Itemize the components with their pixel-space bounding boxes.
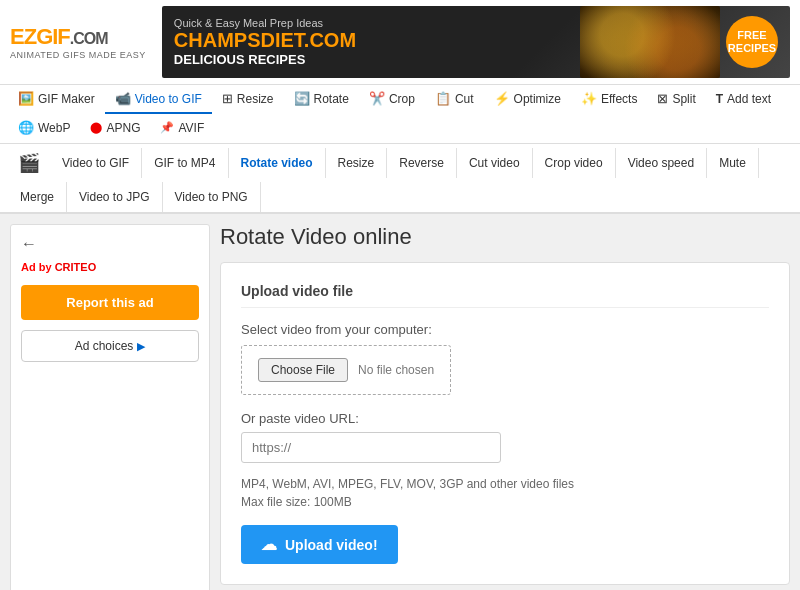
sub-nav-video-to-gif[interactable]: Video to GIF bbox=[50, 148, 142, 178]
nav-resize[interactable]: ⊞ Resize bbox=[212, 85, 284, 114]
nav-video-to-gif-label: Video to GIF bbox=[135, 92, 202, 106]
gif-maker-icon: 🖼️ bbox=[18, 91, 34, 106]
sub-nav-crop-video[interactable]: Crop video bbox=[533, 148, 616, 178]
url-input[interactable] bbox=[241, 432, 501, 463]
nav-crop-label: Crop bbox=[389, 92, 415, 106]
nav-cut-label: Cut bbox=[455, 92, 474, 106]
nav-video-to-gif[interactable]: 📹 Video to GIF bbox=[105, 85, 212, 114]
add-text-icon: T bbox=[716, 92, 723, 106]
max-size-text: Max file size: 100MB bbox=[241, 495, 769, 509]
nav-optimize[interactable]: ⚡ Optimize bbox=[484, 85, 571, 114]
nav-bar: 🖼️ GIF Maker 📹 Video to GIF ⊞ Resize 🔄 R… bbox=[0, 85, 800, 144]
sub-nav-rotate-video[interactable]: Rotate video bbox=[229, 148, 326, 178]
sub-nav-mute[interactable]: Mute bbox=[707, 148, 759, 178]
nav-apng[interactable]: ⬤ APNG bbox=[80, 115, 150, 143]
sub-nav: 🎬 Video to GIF GIF to MP4 Rotate video R… bbox=[0, 144, 800, 214]
avif-icon: 📌 bbox=[160, 121, 174, 134]
nav-gif-maker-label: GIF Maker bbox=[38, 92, 95, 106]
resize-icon: ⊞ bbox=[222, 91, 233, 106]
sub-nav-video-icon: 🎬 bbox=[8, 144, 50, 182]
back-button[interactable]: ← bbox=[21, 235, 199, 253]
nav-resize-label: Resize bbox=[237, 92, 274, 106]
or-paste-label: Or paste video URL: bbox=[241, 411, 769, 426]
sub-nav-cut-video[interactable]: Cut video bbox=[457, 148, 533, 178]
rotate-icon: 🔄 bbox=[294, 91, 310, 106]
nav-avif-label: AVIF bbox=[178, 121, 204, 135]
select-label: Select video from your computer: bbox=[241, 322, 769, 337]
choose-file-button[interactable]: Choose File bbox=[258, 358, 348, 382]
nav-webp[interactable]: 🌐 WebP bbox=[8, 114, 80, 143]
header: EZGIF.COM ANIMATED GIFS MADE EASY Quick … bbox=[0, 0, 800, 85]
nav-effects-label: Effects bbox=[601, 92, 637, 106]
ad-choices-icon: ▶ bbox=[137, 340, 145, 353]
sub-nav-reverse[interactable]: Reverse bbox=[387, 148, 457, 178]
banner-text: Quick & Easy Meal Prep Ideas CHAMPSDIET.… bbox=[174, 17, 356, 67]
crop-icon: ✂️ bbox=[369, 91, 385, 106]
logo-text[interactable]: EZGIF.COM bbox=[10, 24, 146, 50]
content-area: Rotate Video online Upload video file Se… bbox=[220, 224, 790, 590]
nav-split[interactable]: ⊠ Split bbox=[647, 85, 705, 114]
nav-apng-label: APNG bbox=[106, 121, 140, 135]
nav-avif[interactable]: 📌 AVIF bbox=[150, 115, 214, 143]
sub-nav-gif-to-mp4[interactable]: GIF to MP4 bbox=[142, 148, 228, 178]
sub-nav-video-to-jpg[interactable]: Video to JPG bbox=[67, 182, 163, 212]
upload-btn-label: Upload video! bbox=[285, 537, 378, 553]
banner-sub: DELICIOUS RECIPES bbox=[174, 52, 356, 67]
ad-by: Ad by CRITEO bbox=[21, 261, 199, 273]
split-icon: ⊠ bbox=[657, 91, 668, 106]
webp-icon: 🌐 bbox=[18, 120, 34, 135]
nav-rotate[interactable]: 🔄 Rotate bbox=[284, 85, 359, 114]
nav-rotate-label: Rotate bbox=[314, 92, 349, 106]
nav-cut[interactable]: 📋 Cut bbox=[425, 85, 484, 114]
file-input-area: Choose File No file chosen bbox=[241, 345, 451, 395]
logo-highlight: EZ bbox=[10, 24, 36, 49]
banner-ad[interactable]: Quick & Easy Meal Prep Ideas CHAMPSDIET.… bbox=[162, 6, 790, 78]
nav-webp-label: WebP bbox=[38, 121, 70, 135]
nav-gif-maker[interactable]: 🖼️ GIF Maker bbox=[8, 85, 105, 114]
banner-tagline: Quick & Easy Meal Prep Ideas bbox=[174, 17, 356, 29]
sub-nav-merge[interactable]: Merge bbox=[8, 182, 67, 212]
nav-optimize-label: Optimize bbox=[514, 92, 561, 106]
ad-choices-label: Ad choices bbox=[75, 339, 134, 353]
upload-icon: ☁ bbox=[261, 535, 277, 554]
sidebar: ← Ad by CRITEO Report this ad Ad choices… bbox=[10, 224, 210, 590]
upload-card: Upload video file Select video from your… bbox=[220, 262, 790, 585]
main-layout: ← Ad by CRITEO Report this ad Ad choices… bbox=[0, 214, 800, 590]
file-types-text: MP4, WebM, AVI, MPEG, FLV, MOV, 3GP and … bbox=[241, 477, 769, 491]
video-to-gif-icon: 📹 bbox=[115, 91, 131, 106]
banner-food-image bbox=[580, 6, 720, 78]
nav-add-text-label: Add text bbox=[727, 92, 771, 106]
sub-nav-resize[interactable]: Resize bbox=[326, 148, 388, 178]
upload-section-title: Upload video file bbox=[241, 283, 769, 308]
sub-nav-video-speed[interactable]: Video speed bbox=[616, 148, 708, 178]
cut-icon: 📋 bbox=[435, 91, 451, 106]
banner-badge: FREERECIPES bbox=[726, 16, 778, 68]
apng-icon: ⬤ bbox=[90, 121, 102, 134]
ad-by-brand: CRITEO bbox=[55, 261, 97, 273]
banner-brand: CHAMPSDIET.COM bbox=[174, 29, 356, 52]
effects-icon: ✨ bbox=[581, 91, 597, 106]
upload-button[interactable]: ☁ Upload video! bbox=[241, 525, 398, 564]
logo-sub: ANIMATED GIFS MADE EASY bbox=[10, 50, 146, 60]
optimize-icon: ⚡ bbox=[494, 91, 510, 106]
logo: EZGIF.COM ANIMATED GIFS MADE EASY bbox=[10, 24, 146, 60]
nav-split-label: Split bbox=[672, 92, 695, 106]
report-ad-button[interactable]: Report this ad bbox=[21, 285, 199, 320]
page-title: Rotate Video online bbox=[220, 224, 790, 250]
no-file-text: No file chosen bbox=[358, 363, 434, 377]
sub-nav-video-to-png[interactable]: Video to PNG bbox=[163, 182, 261, 212]
nav-add-text[interactable]: T Add text bbox=[706, 86, 781, 114]
nav-crop[interactable]: ✂️ Crop bbox=[359, 85, 425, 114]
ad-choices-button[interactable]: Ad choices ▶ bbox=[21, 330, 199, 362]
nav-effects[interactable]: ✨ Effects bbox=[571, 85, 647, 114]
